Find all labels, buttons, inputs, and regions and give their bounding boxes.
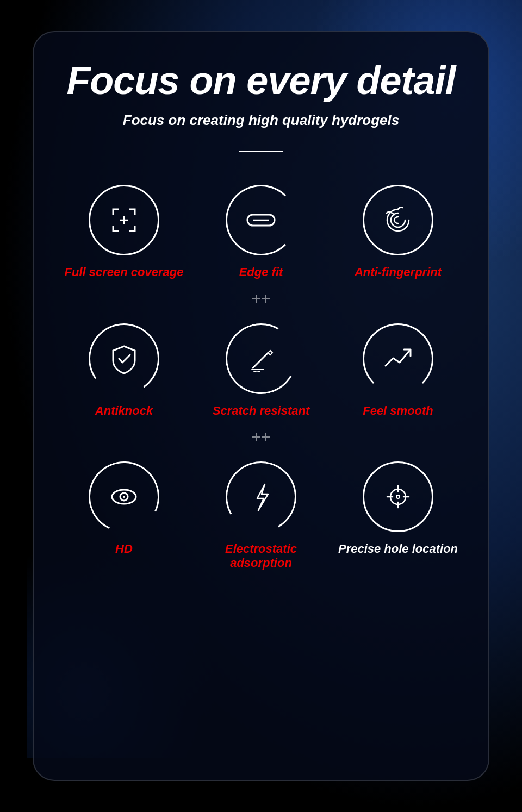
feel-smooth-label: Feel smooth xyxy=(363,404,433,418)
plus-sign-1: + xyxy=(251,290,261,308)
background: Focus on every detail Focus on creating … xyxy=(0,0,522,812)
feature-anti-fingerprint: Anti-fingerprint xyxy=(330,174,467,285)
features-grid-2: Antiknock Scratch resistant xyxy=(55,313,467,423)
feature-electrostatic-adsorption: Electrostatic adsorption xyxy=(192,451,330,576)
features-grid: Full screen coverage Edge fit xyxy=(55,174,467,285)
hd-label: HD xyxy=(115,542,133,556)
plus-row-1: + + xyxy=(197,285,325,313)
full-screen-coverage-icon-circle xyxy=(89,185,159,255)
svg-line-4 xyxy=(253,353,268,368)
precise-hole-location-icon-circle xyxy=(363,461,433,532)
feature-hd: HD xyxy=(55,451,192,576)
main-card: Focus on every detail Focus on creating … xyxy=(33,31,489,781)
pencil-icon xyxy=(242,340,280,378)
edge-icon xyxy=(242,201,280,239)
plus-sign-3: + xyxy=(251,428,261,446)
scratch-resistant-label: Scratch resistant xyxy=(213,404,310,418)
electrostatic-adsorption-label: Electrostatic adsorption xyxy=(198,542,324,571)
hd-icon-circle xyxy=(79,452,170,542)
feature-scratch-resistant: Scratch resistant xyxy=(192,313,330,423)
feature-precise-hole-location: Precise hole location xyxy=(330,451,467,576)
feature-feel-smooth: Feel smooth xyxy=(330,313,467,423)
features-grid-3: HD Electrostatic adsorption xyxy=(55,451,467,576)
antiknock-icon-circle xyxy=(83,317,165,399)
crosshair-icon xyxy=(105,201,143,239)
lightning-icon xyxy=(242,478,280,516)
feature-antiknock: Antiknock xyxy=(55,313,192,423)
trending-up-icon xyxy=(379,340,417,378)
feature-full-screen-coverage: Full screen coverage xyxy=(55,174,192,285)
feature-edge-fit: Edge fit xyxy=(192,174,330,285)
plus-sign-4: + xyxy=(261,428,271,446)
feel-smooth-icon-circle xyxy=(363,323,433,394)
anti-fingerprint-label: Anti-fingerprint xyxy=(355,265,442,279)
anti-fingerprint-icon-circle xyxy=(363,185,433,255)
svg-point-9 xyxy=(123,496,125,498)
title-divider xyxy=(239,151,283,152)
target-icon xyxy=(379,478,417,516)
svg-point-15 xyxy=(396,495,400,498)
page-subtitle: Focus on creating high quality hydrogels xyxy=(123,112,400,129)
plus-sign-2: + xyxy=(261,290,271,308)
eye-icon xyxy=(105,478,143,516)
precise-hole-location-label: Precise hole location xyxy=(338,542,458,556)
plus-row-2: + + xyxy=(197,423,325,451)
edge-fit-label: Edge fit xyxy=(239,265,283,279)
shield-icon xyxy=(105,340,143,378)
page-title: Focus on every detail xyxy=(66,59,455,102)
scratch-resistant-icon-circle xyxy=(217,315,304,402)
electrostatic-adsorption-icon-circle xyxy=(217,453,304,540)
fingerprint-icon xyxy=(379,201,417,239)
antiknock-label: Antiknock xyxy=(95,404,153,418)
edge-fit-icon-circle xyxy=(226,185,296,255)
full-screen-coverage-label: Full screen coverage xyxy=(65,265,184,279)
